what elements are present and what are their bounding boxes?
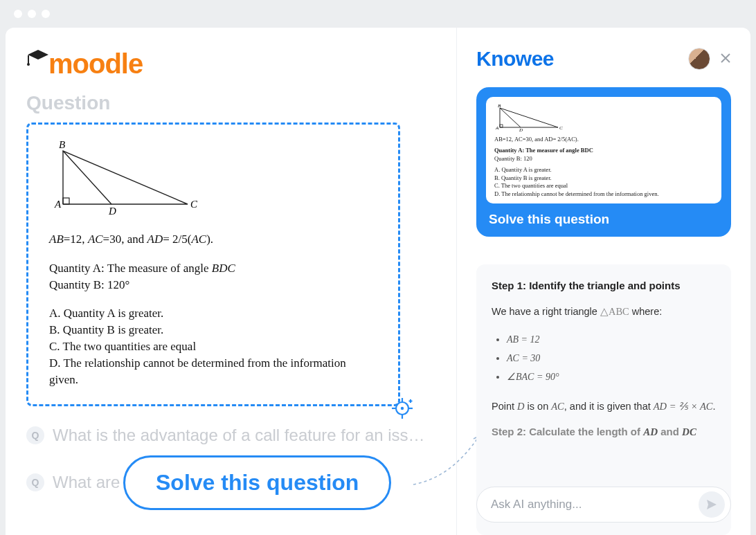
svg-line-13 xyxy=(500,108,521,127)
answer-intro: We have a right triangle △ABC where: xyxy=(492,304,716,320)
source-page-pane: moodle Question A B C D AB=12, AC=30, an… xyxy=(6,28,456,535)
list-item: AB = 12 xyxy=(507,331,716,350)
quantity-b: Quantity B: 120° xyxy=(49,277,377,293)
ask-ai-input[interactable] xyxy=(491,498,699,511)
captured-card-label: Solve this question xyxy=(486,212,721,227)
faded-question-1[interactable]: Q What is the advantage of a call featur… xyxy=(26,426,442,445)
option-d: D. The relationship cannot be determined… xyxy=(49,355,377,388)
option-c: C. The two quantities are equal xyxy=(49,338,377,355)
svg-text:D: D xyxy=(519,127,523,132)
crosshair-icon[interactable] xyxy=(390,396,415,421)
svg-text:A: A xyxy=(54,199,62,210)
window-dot xyxy=(42,10,50,18)
moodle-logo: moodle xyxy=(26,48,442,80)
svg-line-1 xyxy=(63,151,111,204)
browser-chrome xyxy=(0,0,756,28)
option-a: A. Quantity A is greater. xyxy=(49,305,377,322)
panel-header: Knowee xyxy=(476,47,731,71)
svg-rect-2 xyxy=(63,198,69,204)
moodle-logo-text: moodle xyxy=(48,48,143,80)
answer-given-list: AB = 12 AC = 30 ∠BAC = 90° xyxy=(492,331,716,386)
list-item: ∠BAC = 90° xyxy=(507,368,716,387)
step-2-title: Step 2: Calculate the length of AD and D… xyxy=(492,426,716,438)
svg-text:B: B xyxy=(498,104,501,109)
svg-text:A: A xyxy=(495,125,499,131)
triangle-diagram: A B C D xyxy=(49,138,201,215)
question-capture-area[interactable]: A B C D AB=12, AC=30, and AD= 2/5(AC). Q… xyxy=(26,123,400,406)
captured-question-card[interactable]: A B C D AB=12, AC=30, and AD= 2/5(AC). Q… xyxy=(476,87,731,237)
list-item: AC = 30 xyxy=(507,350,716,368)
q-badge-icon: Q xyxy=(26,426,44,444)
knowee-logo: Knowee xyxy=(476,47,554,71)
question-given: AB=12, AC=30, and AD= 2/5(AC). xyxy=(49,231,377,248)
user-avatar[interactable] xyxy=(688,48,710,70)
svg-rect-14 xyxy=(500,125,503,127)
svg-text:C: C xyxy=(190,199,198,210)
captured-thumbnail: A B C D AB=12, AC=30, and AD= 2/5(AC). Q… xyxy=(486,97,721,203)
grad-cap-icon xyxy=(26,48,50,69)
ask-ai-input-container xyxy=(476,487,731,523)
faded-question-1-text: What is the advantage of a call feature … xyxy=(53,426,425,445)
send-button[interactable] xyxy=(699,491,725,518)
svg-text:D: D xyxy=(108,206,116,215)
svg-text:B: B xyxy=(59,139,65,150)
q-badge-icon: Q xyxy=(26,473,44,491)
close-icon xyxy=(720,53,731,64)
svg-point-0 xyxy=(27,63,30,66)
solve-this-question-button[interactable]: Solve this question xyxy=(123,455,391,510)
app-window: moodle Question A B C D AB=12, AC=30, an… xyxy=(6,28,750,535)
close-panel-button[interactable] xyxy=(720,50,731,68)
window-dot xyxy=(14,10,22,18)
step-1-title: Step 1: Identify the triangle and points xyxy=(492,280,716,291)
svg-text:C: C xyxy=(559,125,563,131)
knowee-panel: Knowee A B C D xyxy=(456,28,750,535)
question-heading: Question xyxy=(26,92,442,114)
svg-point-8 xyxy=(401,407,404,410)
quantity-a: Quantity A: The measure of angle BDC xyxy=(49,260,377,277)
option-b: B. Quantity B is greater. xyxy=(49,322,377,338)
answer-point-d: Point D is on AC, and it is given that A… xyxy=(492,399,716,415)
send-icon xyxy=(705,498,719,511)
window-dot xyxy=(28,10,36,18)
